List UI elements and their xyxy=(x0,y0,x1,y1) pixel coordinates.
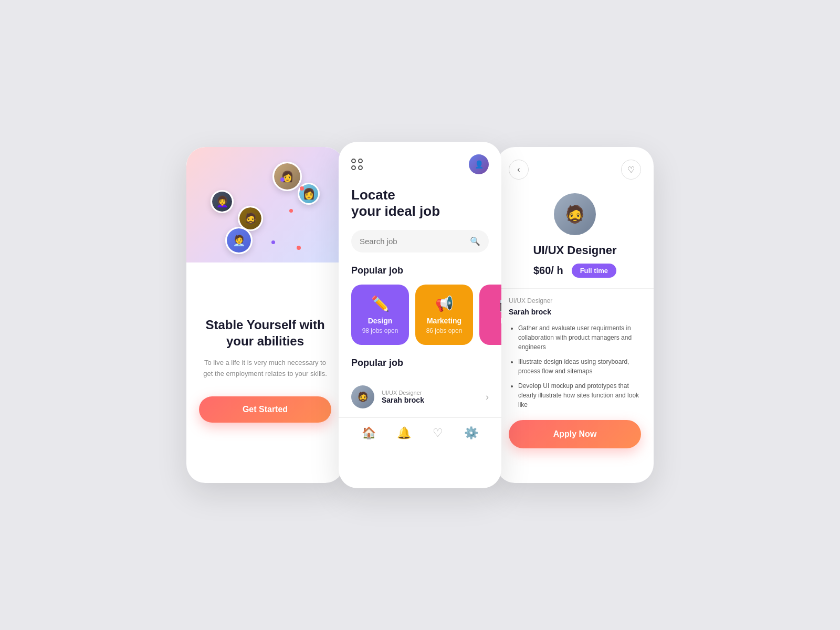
search-bar[interactable]: 🔍 xyxy=(351,230,489,253)
nav-favorites-icon[interactable]: ♡ xyxy=(433,426,443,440)
photo-icon: 📷 xyxy=(499,295,502,312)
bullet-1: Gather and evaluate user requirments in … xyxy=(518,323,641,352)
design-icon: ✏️ xyxy=(371,295,390,312)
job-card-design[interactable]: ✏️ Design 98 jobs open xyxy=(351,285,409,345)
avatar-2: 👩‍🦱 xyxy=(211,190,234,213)
screen3-header: ‹ ♡ xyxy=(496,147,654,188)
job-meta-row: $60/ h Full time xyxy=(533,264,616,278)
job-item-role: UI/UX Designer xyxy=(382,390,478,396)
designer-avatar: 🧔 xyxy=(554,193,596,235)
bullet-2: Illustrate design ideas using storyboard… xyxy=(518,357,641,376)
apply-now-button[interactable]: Apply Now xyxy=(509,420,641,448)
popular-job-item[interactable]: 🧔 UI/UX Designer Sarah brock › xyxy=(339,377,501,417)
bullet-3: Develop UI mockup and prototypes that cl… xyxy=(518,381,641,410)
avatars-area: 👩 👩‍🦱 🧔 👩 🧑‍💼 xyxy=(199,147,331,262)
job-cards-row: ✏️ Design 98 jobs open 📢 Marketing 86 jo… xyxy=(339,285,501,358)
bottom-nav: 🏠 🔔 ♡ ⚙️ xyxy=(339,417,501,448)
job-item-arrow: › xyxy=(486,392,489,403)
divider xyxy=(496,288,654,289)
photo-label: Ph... xyxy=(500,317,501,325)
nav-settings-icon[interactable]: ⚙️ xyxy=(464,426,478,440)
job-detail-content: UI/UX Designer Sarah brock Gather and ev… xyxy=(496,297,654,410)
marketing-count: 86 jobs open xyxy=(426,327,463,334)
recruiter-name: Sarah brock xyxy=(509,308,641,316)
design-count: 98 jobs open xyxy=(362,327,398,334)
design-label: Design xyxy=(368,317,393,325)
onboarding-subtitle: To live a life it is very much necessary… xyxy=(199,358,331,380)
screen2-title: Locate your ideal job xyxy=(339,183,501,230)
get-started-button[interactable]: Get Started xyxy=(199,396,331,423)
nav-home-icon[interactable]: 🏠 xyxy=(362,426,376,440)
marketing-icon: 📢 xyxy=(435,295,454,312)
dot-2 xyxy=(300,186,304,191)
dot-4 xyxy=(271,240,275,244)
job-bullets: Gather and evaluate user requirments in … xyxy=(509,323,641,410)
menu-icon[interactable] xyxy=(351,159,363,170)
dot-5 xyxy=(297,246,301,250)
favorite-button[interactable]: ♡ xyxy=(621,160,641,180)
popular-job-title-2: Popular job xyxy=(339,358,501,377)
marketing-label: Marketing xyxy=(427,317,461,325)
avatar-5: 🧑‍💼 xyxy=(225,227,253,254)
onboarding-screen: 👩 👩‍🦱 🧔 👩 🧑‍💼 xyxy=(186,147,344,483)
back-icon: ‹ xyxy=(517,165,520,174)
avatar-1: 👩 xyxy=(272,162,302,191)
search-input[interactable] xyxy=(360,237,465,246)
screen2-header: 👤 xyxy=(339,142,501,183)
job-item-name: Sarah brock xyxy=(382,396,478,404)
job-search-screen: 👤 Locate your ideal job 🔍 Popular job ✏️… xyxy=(339,142,501,488)
job-card-photo[interactable]: 📷 Ph... 86 xyxy=(479,285,501,345)
back-button[interactable]: ‹ xyxy=(509,160,529,180)
user-avatar[interactable]: 👤 xyxy=(469,154,489,174)
nav-notifications-icon[interactable]: 🔔 xyxy=(397,426,411,440)
popular-job-title-1: Popular job xyxy=(339,265,501,285)
onboarding-title: Stable Yourself with your abilities xyxy=(199,317,331,349)
dot-1 xyxy=(280,177,285,182)
job-title: UI/UX Designer xyxy=(533,244,617,257)
job-detail-screen: ‹ ♡ 🧔 UI/UX Designer $60/ h Full time UI… xyxy=(496,147,654,483)
job-card-marketing[interactable]: 📢 Marketing 86 jobs open xyxy=(415,285,473,345)
search-icon: 🔍 xyxy=(470,236,480,246)
dot-3 xyxy=(289,209,293,213)
job-item-avatar: 🧔 xyxy=(351,385,374,408)
job-item-info: UI/UX Designer Sarah brock xyxy=(382,390,478,404)
job-rate: $60/ h xyxy=(533,265,563,277)
job-type-badge: Full time xyxy=(572,264,616,278)
heart-icon: ♡ xyxy=(627,165,635,175)
job-category: UI/UX Designer xyxy=(509,297,641,304)
